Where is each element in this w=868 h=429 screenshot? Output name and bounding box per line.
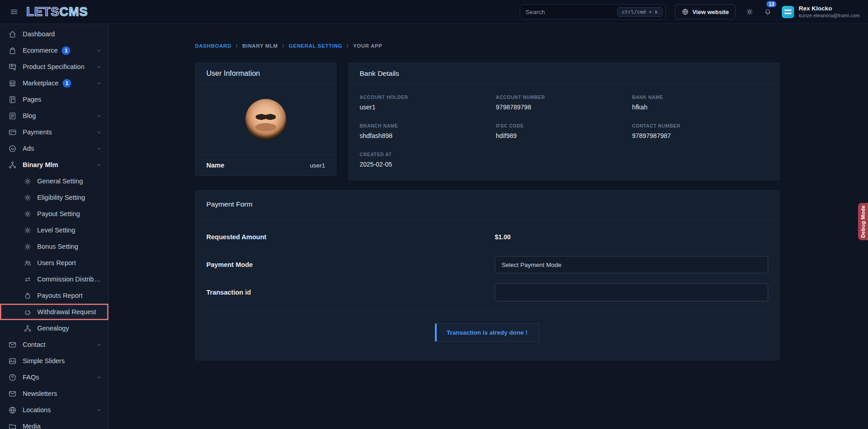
sidebar-item-users-report[interactable]: Users Report — [0, 255, 108, 271]
chevron-down-icon — [96, 64, 102, 70]
sidebar-item-label: Eligibility Setting — [37, 194, 85, 201]
sidebar-item-ecommerce[interactable]: Ecommerce1 — [0, 42, 108, 59]
payment-form-card: Payment Form Requested Amount $1.00 Paym… — [195, 190, 780, 360]
sidebar-nav: DashboardEcommerce1Product Specification… — [0, 24, 109, 429]
sidebar-item-locations[interactable]: Locations — [0, 402, 108, 418]
sidebar-item-label: Commission Distributi... — [37, 276, 102, 283]
search-box[interactable]: ctrl/cmd + k — [520, 4, 666, 20]
chevron-down-icon — [96, 407, 102, 413]
network-icon — [8, 161, 17, 169]
bank-field-bank-name: BANK NAMEhfkah — [632, 94, 768, 111]
app-logo[interactable]: LETSCMS — [26, 5, 88, 19]
chevron-down-icon — [96, 48, 102, 54]
sidebar-item-pages[interactable]: Pages — [0, 91, 108, 108]
credit-card-icon — [8, 128, 17, 137]
home-icon — [8, 30, 17, 39]
hamburger-menu-icon[interactable] — [8, 6, 20, 18]
sidebar-item-label: Newsletters — [23, 390, 57, 397]
breadcrumb-item-general-setting[interactable]: GENERAL SETTING — [289, 43, 342, 49]
money-bag-icon — [24, 291, 32, 300]
users-icon — [24, 259, 32, 267]
chevron-down-icon — [96, 375, 102, 380]
sidebar-item-general-setting[interactable]: General Setting — [0, 173, 108, 189]
notifications-button[interactable]: 13 — [761, 5, 775, 19]
pages-icon — [8, 95, 17, 104]
bank-field-created-at: CREATED AT2025-02-05 — [360, 152, 496, 168]
transaction-id-input[interactable] — [495, 283, 768, 301]
bank-details-card: Bank Details ACCOUNT HOLDERuser1ACCOUNT … — [348, 63, 780, 180]
breadcrumb: DASHBOARD/BINARY MLM/GENERAL SETTING/YOU… — [195, 43, 780, 49]
sidebar-item-payout-setting[interactable]: Payout Setting — [0, 206, 108, 222]
product-grid-icon — [8, 63, 17, 71]
bank-field-label: BRANCH NAME — [360, 123, 496, 128]
bank-field-value: user1 — [360, 104, 496, 111]
notification-count-badge: 13 — [766, 0, 777, 8]
sidebar-item-payouts-report[interactable]: Payouts Report — [0, 287, 108, 304]
user-avatar[interactable] — [782, 6, 794, 18]
sidebar-item-level-setting[interactable]: Level Setting — [0, 222, 108, 238]
view-website-button[interactable]: View website — [675, 4, 736, 20]
gear-icon — [24, 210, 32, 218]
sidebar-item-label: Blog — [23, 112, 36, 119]
bank-field-label: ACCOUNT HOLDER — [360, 94, 496, 100]
sidebar-item-dashboard[interactable]: Dashboard — [0, 26, 108, 42]
sidebar-item-simple-sliders[interactable]: Simple Sliders — [0, 353, 108, 369]
bank-field-contact-number: CONTACT NUMBER97897987987 — [632, 123, 768, 139]
sidebar-item-label: Pages — [23, 96, 41, 103]
sidebar-item-product-specification[interactable]: Product Specification — [0, 59, 108, 75]
sidebar-item-ads[interactable]: ADAds — [0, 140, 108, 157]
bank-field-value: 9798789798 — [496, 104, 632, 111]
bank-field-account-holder: ACCOUNT HOLDERuser1 — [360, 94, 496, 111]
bank-field-value: shdfash898 — [360, 132, 496, 139]
sidebar-item-binary-mlm[interactable]: Binary Mlm — [0, 157, 108, 173]
bank-field-label: CONTACT NUMBER — [632, 123, 768, 128]
piggy-bank-icon — [24, 308, 32, 316]
sidebar-item-bonus-setting[interactable]: Bonus Setting — [0, 238, 108, 255]
blog-icon — [8, 112, 17, 120]
sidebar-item-newsletters[interactable]: Newsletters — [0, 385, 108, 402]
debug-mode-ribbon[interactable]: Debug Mode — [858, 203, 868, 240]
sidebar-item-eligibility-setting[interactable]: Eligibility Setting — [0, 189, 108, 206]
sidebar-item-genealogy[interactable]: Genealogy — [0, 320, 108, 336]
requested-amount-row: Requested Amount $1.00 — [206, 228, 768, 246]
bank-field-label: CREATED AT — [360, 152, 496, 157]
sidebar-item-label: Binary Mlm — [23, 161, 58, 168]
sidebar-item-faqs[interactable]: FAQs — [0, 369, 108, 385]
transaction-alert: Transaction is alredy done ! — [435, 323, 540, 342]
bank-field-value: hfkah — [632, 104, 768, 111]
chevron-down-icon — [96, 129, 102, 135]
payment-mode-select[interactable]: Select Payment Mode — [495, 256, 768, 273]
chevron-down-icon — [96, 342, 102, 348]
sidebar-item-contact[interactable]: Contact — [0, 336, 108, 353]
sidebar-item-marketplace[interactable]: Marketplace1 — [0, 75, 108, 91]
sidebar-item-commission-distributi[interactable]: Commission Distributi... — [0, 271, 108, 287]
sidebar-item-media[interactable]: Media — [0, 418, 108, 429]
user-menu[interactable]: Rex Klocko kunze.eleanora@frami.com — [799, 5, 860, 19]
view-website-label: View website — [692, 9, 729, 15]
shopping-bag-icon — [8, 46, 17, 55]
chevron-up-icon — [96, 162, 102, 168]
search-shortcut-hint: ctrl/cmd + k — [617, 7, 662, 17]
breadcrumb-separator: / — [283, 43, 284, 49]
sidebar-item-label: Ads — [23, 145, 34, 152]
bank-details-title: Bank Details — [349, 63, 779, 84]
gear-icon — [24, 177, 32, 185]
sidebar-item-label: Users Report — [37, 259, 76, 266]
theme-toggle-sun-icon[interactable] — [743, 5, 756, 19]
breadcrumb-item-binary-mlm: BINARY MLM — [242, 43, 278, 49]
sidebar-item-withdrawal-request[interactable]: Withdrawal Request — [0, 304, 108, 320]
breadcrumb-item-dashboard[interactable]: DASHBOARD — [195, 43, 231, 49]
sidebar-item-label: Payments — [23, 128, 52, 136]
sidebar-item-label: Simple Sliders — [23, 357, 65, 365]
bank-details-grid: ACCOUNT HOLDERuser1ACCOUNT NUMBER9798789… — [349, 84, 779, 180]
sidebar-item-label: Contact — [23, 341, 45, 348]
ads-icon: AD — [8, 144, 17, 153]
bank-field-value: 2025-02-05 — [360, 161, 496, 168]
topbar: LETSCMS ctrl/cmd + k View website 13 Rex… — [0, 0, 868, 24]
gear-icon — [24, 226, 32, 234]
logo-part2: CMS — [59, 5, 88, 19]
search-input[interactable] — [526, 9, 618, 15]
sidebar-item-payments[interactable]: Payments — [0, 124, 108, 140]
payment-mode-label: Payment Mode — [206, 261, 495, 268]
sidebar-item-blog[interactable]: Blog — [0, 108, 108, 124]
